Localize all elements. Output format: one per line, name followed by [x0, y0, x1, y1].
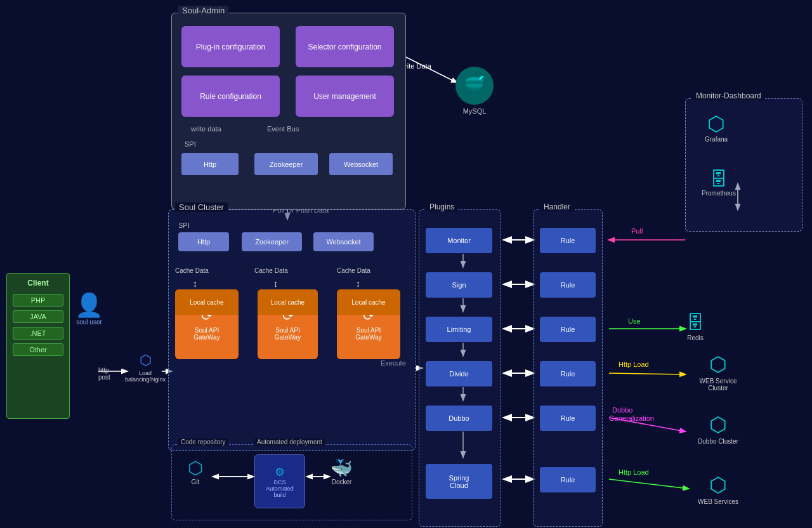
redis-icon: 🗄 [686, 312, 704, 333]
prometheus-label: Prometheus [702, 190, 736, 197]
client-label: Client [27, 279, 48, 287]
plugins-title: Plugins [426, 202, 458, 211]
svg-text:Http Load: Http Load [619, 468, 649, 476]
spring-cloud-plugin[interactable]: SpringCloud [426, 464, 492, 499]
cache1-label: Cache Data [175, 267, 209, 274]
plugins-box: Plugins Monitor Sign Limiting Divide Dub… [419, 209, 501, 527]
http-post-label: httppost [98, 367, 110, 381]
grafana-icon: ⬡ [705, 112, 728, 136]
mysql-label: MySQL [455, 107, 494, 115]
cicd-box: Code repository Automated deployment ⬡ G… [171, 444, 412, 520]
event-bus-label: Event Bus [267, 125, 299, 133]
websocket-btn-admin[interactable]: Websocket [329, 153, 393, 175]
svg-text:Http Load: Http Load [619, 360, 649, 368]
svg-text:Pull: Pull [631, 227, 643, 235]
soul-cluster-title: Soul Cluster [175, 202, 228, 212]
web-cluster-icon: ⬡ [686, 352, 750, 376]
user-icon: 👤 [75, 292, 103, 319]
local-cache-3: Local cache [337, 289, 400, 315]
soul-admin-box: Soul-Admin Plug-in configuration Selecto… [171, 13, 406, 209]
rule-handler-3[interactable]: Rule [540, 317, 596, 342]
dubbo-cluster-label: Dubbo Cluster [686, 438, 750, 445]
svg-text:Use: Use [628, 317, 641, 325]
zookeeper-btn-cluster[interactable]: Zookeeper [242, 232, 302, 251]
svg-text:Dubbo: Dubbo [612, 406, 632, 414]
rule-config-btn[interactable]: Rule configuration [181, 76, 280, 117]
http-btn-admin[interactable]: Http [181, 153, 239, 175]
mysql-container: MySQL [455, 67, 494, 115]
soul-admin-title: Soul-Admin [178, 6, 228, 15]
soul-user-label: soul user [75, 319, 103, 326]
dubbo-cluster-icon: ⬡ [686, 412, 750, 437]
grafana-label: Grafana [705, 136, 728, 143]
load-balancer-container: ⬡ Loadbalancing/Nginx [125, 352, 166, 383]
load-balancer-label: Loadbalancing/Nginx [125, 370, 166, 383]
rule-handler-2[interactable]: Rule [540, 272, 596, 298]
gateway2-label: Soul APIGateWay [275, 327, 301, 341]
php-item: PHP [13, 294, 63, 307]
rule-handler-1[interactable]: Rule [540, 228, 596, 253]
mysql-icon [455, 67, 494, 105]
cicd-arrows [172, 445, 413, 521]
monitor-dashboard-title: Monitor-Dashboard [692, 91, 765, 100]
redis-label: Redis [686, 334, 704, 341]
handler-box: Handler Rule Rule Rule Rule Rule Rule [533, 209, 603, 527]
grafana-container: ⬡ Grafana [705, 112, 728, 143]
local-cache-2: Local cache [258, 289, 318, 315]
cache-arrow-3: ↕ [356, 279, 360, 289]
selector-config-btn[interactable]: Selector configuration [296, 26, 394, 67]
plugin-config-btn[interactable]: Plug-in configuration [181, 26, 280, 67]
redis-container: 🗄 Redis [686, 312, 704, 341]
web-services-icon: ⬡ [686, 473, 750, 497]
spi-cluster-label: SPI [178, 221, 190, 229]
web-cluster-container: ⬡ WEB ServiceCluster [686, 352, 750, 392]
websocket-btn-cluster[interactable]: Websocket [313, 232, 374, 251]
rule-handler-4[interactable]: Rule [540, 361, 596, 386]
dubbo-plugin[interactable]: Dubbo [426, 406, 492, 431]
cache2-label: Cache Data [254, 267, 288, 274]
prometheus-icon: 🗄 [702, 169, 736, 190]
gateway1-label: Soul APIGateWay [193, 327, 219, 341]
rule-handler-6[interactable]: Rule [540, 467, 596, 492]
cache-arrow-1: ↕ [193, 279, 197, 289]
soul-user-container: 👤 soul user [75, 292, 103, 326]
dubbo-cluster-container: ⬡ Dubbo Cluster [686, 412, 750, 445]
prometheus-container: 🗄 Prometheus [702, 169, 736, 197]
gateway3-label: Soul APIGateWay [355, 327, 381, 341]
monitor-dashboard-box: Monitor-Dashboard ⬡ Grafana 🗄 Prometheus [685, 98, 802, 232]
svg-line-34 [609, 418, 685, 432]
web-services-label: WEB Services [686, 498, 750, 505]
handler-title: Handler [540, 202, 574, 211]
web-cluster-label: WEB ServiceCluster [686, 378, 750, 392]
net-item: .NET [13, 327, 63, 340]
svg-line-0 [406, 57, 457, 82]
svg-line-37 [609, 479, 688, 489]
rule-handler-5[interactable]: Rule [540, 406, 596, 431]
other-item: Other [13, 343, 63, 356]
network-icon: ⬡ [125, 352, 166, 369]
cache3-label: Cache Data [337, 267, 370, 274]
soul-cluster-box: Soul Cluster SPI Http Zookeeper Websocke… [168, 209, 416, 451]
svg-text:Generalization: Generalization [609, 414, 654, 422]
local-cache-1: Local cache [175, 289, 239, 315]
http-btn-cluster[interactable]: Http [178, 232, 229, 251]
web-services-container: ⬡ WEB Services [686, 473, 750, 505]
spi-label-admin: SPI [185, 140, 196, 148]
write-data-label: write data [191, 125, 221, 133]
svg-line-32 [609, 373, 685, 374]
divide-plugin[interactable]: Divide [426, 361, 492, 386]
java-item: JAVA [13, 310, 63, 323]
limiting-plugin[interactable]: Limiting [426, 317, 492, 342]
sign-plugin[interactable]: Sign [426, 272, 492, 298]
client-box: Client PHP JAVA .NET Other [6, 273, 70, 419]
user-mgmt-btn[interactable]: User management [296, 76, 394, 117]
monitor-plugin[interactable]: Monitor [426, 228, 492, 253]
cache-arrow-2: ↕ [273, 279, 278, 289]
zookeeper-btn-admin[interactable]: Zookeeper [254, 153, 318, 175]
